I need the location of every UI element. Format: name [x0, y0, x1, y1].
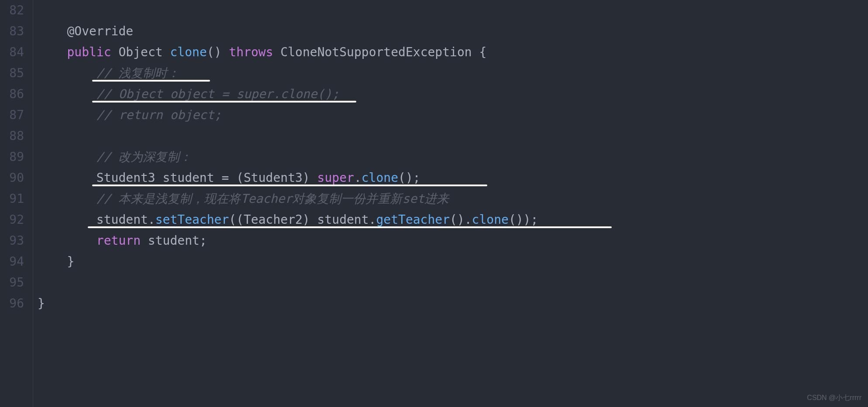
line-number: 93	[0, 230, 24, 251]
code-line	[38, 126, 868, 147]
annotation-underline	[92, 101, 356, 103]
code-line	[38, 272, 868, 293]
line-number: 82	[0, 0, 24, 21]
code-line: return student;	[38, 230, 868, 251]
comment-token: // 浅复制时：	[96, 66, 180, 80]
annotation-token: @Override	[67, 24, 133, 38]
keyword-token: public	[67, 45, 111, 59]
function-token: setTeacher	[155, 212, 229, 227]
line-number: 90	[0, 168, 24, 188]
line-number: 96	[0, 293, 24, 314]
type-token: CloneNotSupportedException	[280, 45, 472, 59]
code-line: // 改为深复制：	[38, 147, 868, 168]
function-token: getTeacher	[376, 212, 450, 227]
line-number: 86	[0, 84, 24, 105]
code-line: // 本来是浅复制，现在将Teacher对象复制一份并重新set进来	[38, 188, 868, 209]
line-number: 83	[0, 21, 24, 42]
function-token: clone	[362, 171, 398, 185]
comment-token: // Object object = super.clone();	[96, 87, 339, 101]
annotation-underline	[92, 80, 210, 82]
keyword-token: super	[317, 171, 354, 185]
keyword-token: throws	[229, 45, 273, 59]
keyword-token: return	[96, 233, 141, 248]
code-editor: 82 83 84 85 86 87 88 89 90 91 92 93 94 9…	[0, 0, 868, 407]
line-number: 88	[0, 126, 24, 147]
line-number: 91	[0, 188, 24, 209]
line-number: 94	[0, 251, 24, 272]
annotation-underline	[92, 185, 487, 186]
code-line: }	[38, 251, 868, 272]
comment-token: // 本来是浅复制，现在将Teacher对象复制一份并重新set进来	[96, 192, 449, 206]
comment-token: // 改为深复制：	[96, 150, 192, 164]
line-number: 84	[0, 42, 24, 63]
type-token: Object	[118, 45, 162, 59]
line-number-gutter: 82 83 84 85 86 87 88 89 90 91 92 93 94 9…	[0, 0, 33, 407]
line-number: 95	[0, 272, 24, 293]
line-number: 85	[0, 63, 24, 84]
code-line: public Object clone() throws CloneNotSup…	[38, 42, 868, 63]
watermark-text: CSDN @小七rrrrr	[807, 393, 861, 403]
comment-token: // return object;	[96, 108, 222, 122]
line-number: 87	[0, 105, 24, 126]
code-area[interactable]: @Override public Object clone() throws C…	[33, 0, 868, 407]
code-line: }	[38, 293, 868, 314]
code-line: // return object;	[38, 105, 868, 126]
code-line: @Override	[38, 21, 868, 42]
code-line	[38, 0, 868, 21]
function-token: clone	[170, 45, 207, 59]
line-number: 89	[0, 147, 24, 168]
function-token: clone	[472, 212, 509, 227]
line-number: 92	[0, 209, 24, 230]
annotation-underline	[88, 226, 612, 228]
